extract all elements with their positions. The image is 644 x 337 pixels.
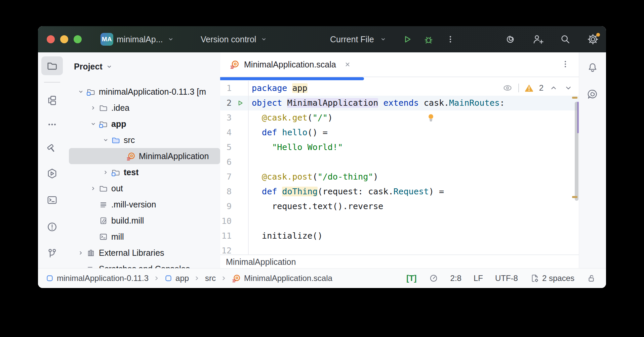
tree-item[interactable]: mill	[66, 229, 220, 245]
build-tool-button[interactable]	[43, 139, 62, 155]
previous-problem-chevron-icon[interactable]	[549, 83, 558, 93]
tree-item[interactable]: Scratches and Consoles	[66, 261, 220, 269]
strip-divider	[44, 82, 60, 83]
tree-item[interactable]: build.mill	[66, 212, 220, 229]
scala-icon	[232, 274, 241, 283]
editor-tab[interactable]: MinimalApplication.scala	[230, 52, 352, 77]
version-control-tool-button[interactable]	[43, 245, 62, 261]
next-problem-chevron-icon[interactable]	[564, 83, 573, 93]
status-indicators: [T] 2:8 LF UTF-8	[406, 274, 606, 283]
settings-gear-icon[interactable]	[587, 34, 599, 45]
line-number: 9	[220, 199, 232, 214]
run-button[interactable]	[402, 34, 412, 45]
search-everywhere-icon[interactable]	[560, 34, 571, 45]
code-text	[248, 155, 579, 170]
run-configuration[interactable]: Current File	[330, 35, 374, 44]
project-avatar: MA	[100, 33, 113, 46]
error-stripe-warning-mark[interactable]	[572, 196, 577, 198]
chevron-down-icon[interactable]	[379, 35, 388, 44]
module-folder-icon	[86, 87, 95, 96]
tree-item[interactable]: test	[66, 164, 220, 180]
twirl-down-icon[interactable]	[76, 88, 86, 96]
indent-size: 2 spaces	[542, 274, 574, 283]
unlocked-padlock-icon[interactable]	[587, 274, 596, 283]
tree-item[interactable]: .mill-version	[66, 196, 220, 212]
project-tool-button[interactable]	[41, 56, 63, 75]
tree-item[interactable]: out	[66, 180, 220, 196]
minimize-window-button[interactable]	[60, 35, 68, 43]
tree-item[interactable]: .idea	[66, 100, 220, 116]
code-line[interactable]: 7 @cask.post("/do-thing")	[220, 170, 579, 184]
problems-tool-button[interactable]	[43, 219, 62, 235]
intention-bulb-icon[interactable]	[426, 112, 436, 124]
twirl-right-icon[interactable]	[88, 185, 98, 192]
terminal-tool-button[interactable]	[43, 192, 62, 208]
twirl-right-icon[interactable]	[100, 168, 111, 176]
structure-tool-button[interactable]	[43, 92, 62, 108]
code-line[interactable]: 5 "Hello World!"	[220, 140, 579, 155]
file-encoding[interactable]: UTF-8	[495, 274, 518, 283]
line-separator[interactable]: LF	[474, 274, 483, 283]
highlighting-eye-icon[interactable]	[502, 83, 513, 93]
status-path-item[interactable]: minimalApplication-0.11.3	[46, 274, 149, 283]
tree-item[interactable]: src	[66, 132, 220, 148]
tree-item[interactable]: minimalApplication-0.11.3 [m	[66, 84, 220, 100]
tree-item[interactable]: app	[66, 116, 220, 132]
status-path-item[interactable]: app	[165, 274, 189, 283]
caret-position[interactable]: 2:8	[450, 274, 461, 283]
tree-item[interactable]: External Libraries	[66, 245, 220, 261]
code-editor[interactable]: 1package app2object MinimalApplication e…	[220, 77, 579, 254]
gutter	[232, 199, 248, 214]
module-icon	[165, 275, 172, 282]
twirl-down-icon[interactable]	[88, 120, 98, 128]
indent-indicator[interactable]: 2 spaces	[530, 274, 574, 283]
twirl-right-icon[interactable]	[88, 104, 98, 112]
more-actions-button[interactable]	[445, 34, 455, 44]
power-save-gauge-icon[interactable]	[429, 274, 438, 283]
line-number: 5	[220, 140, 232, 155]
twirl-down-icon[interactable]	[100, 136, 111, 144]
code-line[interactable]: 12	[220, 243, 579, 254]
code-lines: 1package app2object MinimalApplication e…	[220, 77, 579, 254]
code-line[interactable]: 6	[220, 155, 579, 170]
code-line[interactable]: 11 initialize()	[220, 229, 579, 243]
ai-chat-button[interactable]	[583, 86, 602, 102]
error-stripe-warning-mark[interactable]	[572, 97, 577, 99]
code-line[interactable]: 3 @cask.get("/")	[220, 110, 579, 125]
chevron-down-icon	[105, 63, 113, 71]
close-tab-icon[interactable]	[344, 60, 352, 68]
code-line[interactable]: 4 def hello() =	[220, 125, 579, 140]
code-line[interactable]: 10	[220, 214, 579, 229]
status-path-item[interactable]: src	[205, 274, 216, 283]
src-folder-icon	[111, 136, 121, 145]
screen: MA minimalAp... Version control Current …	[0, 0, 644, 337]
code-line[interactable]: 8 def doThing(request: cask.Request) =	[220, 184, 579, 199]
tab-options-kebab-icon[interactable]	[560, 59, 570, 69]
editor-tab-title: MinimalApplication.scala	[244, 60, 336, 69]
services-tool-button[interactable]	[43, 165, 62, 182]
editor-scrollbar-thumb[interactable]	[575, 102, 578, 201]
run-line-icon[interactable]	[236, 99, 244, 107]
code-line[interactable]: 9 request.text().reverse	[220, 199, 579, 214]
close-window-button[interactable]	[47, 35, 55, 43]
vcs-widget[interactable]: Version control	[201, 26, 268, 52]
gutter	[232, 140, 248, 155]
gutter	[232, 243, 248, 254]
input-mode-indicator[interactable]: [T]	[406, 274, 417, 283]
twirl-right-icon[interactable]	[76, 249, 86, 257]
debug-button[interactable]	[423, 34, 434, 45]
more-tool-windows-button[interactable]	[43, 118, 62, 131]
tree-item-label: mill	[111, 232, 124, 242]
notifications-bell-button[interactable]	[583, 59, 602, 76]
ai-assistant-icon[interactable]	[505, 34, 516, 45]
tree-item[interactable]: MinimalApplication	[69, 148, 220, 164]
editor-tab-bar: MinimalApplication.scala	[220, 52, 579, 77]
breadcrumb[interactable]: MinimalApplication	[226, 257, 296, 267]
status-path-item[interactable]: MinimalApplication.scala	[232, 274, 332, 283]
code-line[interactable]: 2object MinimalApplication extends cask.…	[220, 96, 579, 110]
code-with-me-icon[interactable]	[532, 34, 544, 45]
project-widget[interactable]: MA minimalAp...	[100, 26, 175, 52]
project-panel-header[interactable]: Project	[74, 62, 113, 71]
warning-icon[interactable]	[524, 83, 534, 93]
zoom-window-button[interactable]	[74, 35, 82, 43]
